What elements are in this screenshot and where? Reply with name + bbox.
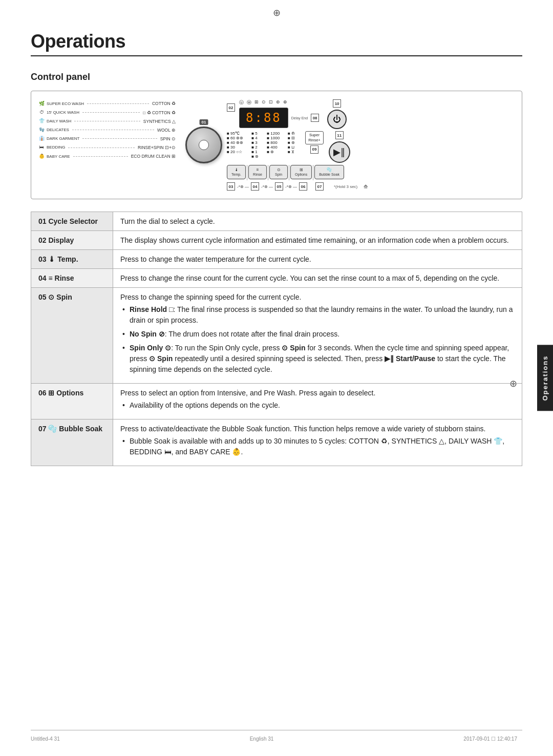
temp-indicators: ■ 95℃ ■ 60 ⊛⊛ ■ 40 ⊛⊛ ■ 30 ■ 20 ○☆ [227, 131, 243, 163]
table-row: 03 🌡 Temp. Press to change the water tem… [31, 250, 522, 269]
indicator: ■ 40 ⊛⊛ [227, 140, 243, 145]
list-item: 👕 DAILY WASH SYNTHETICS △ [37, 117, 176, 125]
dark-garment-icon: 👔 [37, 134, 46, 143]
row-content-02: The display shows current cycle informat… [113, 231, 522, 250]
btn-divider [289, 165, 289, 180]
footer-date: 2017-09-01 ☐ 12:40:17 [463, 736, 517, 742]
icon-u: ⓤ [239, 99, 244, 106]
cp-left-panel: 🌿 SUPER ECO WASH COTTON ♻ ⏱ 15' QUICK WA… [37, 99, 181, 191]
indicator: ■ 3 [251, 140, 259, 145]
rinse-button[interactable]: ≡ Rinse [248, 165, 267, 179]
row-content-04: Press to change the rinse count for the … [113, 269, 522, 288]
row-header-01: 01 Cycle Selector [31, 212, 113, 231]
table-row: 06 ⊞ Options Press to select an option f… [31, 384, 522, 419]
row-header-07: 07 🫧 Bubble Soak [31, 419, 113, 466]
icon-sq-circle: ⊡ [269, 99, 273, 106]
super-rinse-section: SuperRinse+ 09 [305, 131, 324, 163]
indicator: ■ ⊛ [267, 150, 280, 154]
badge-05: 05 [275, 182, 283, 191]
start-pause-section: 11 ▶‖ [329, 131, 350, 163]
badge-06: 06 [299, 182, 307, 191]
bullet-item: Bubble Soak is available with and adds u… [120, 436, 515, 457]
sep: -*⊛ — [285, 184, 297, 189]
badge-10: 10 [333, 99, 341, 108]
unknown-icon: ⟰ [364, 184, 368, 190]
divider-line [74, 121, 140, 121]
term-spin-only: Spin Only ⊙ [130, 344, 171, 352]
options-button[interactable]: ⊞ Options [290, 165, 312, 179]
icon-circle: ⊙ [262, 99, 266, 106]
start-pause-button[interactable]: ▶‖ [329, 141, 350, 163]
options-label: Options [295, 173, 307, 176]
temp-icon: 🌡 [235, 167, 239, 172]
row-content-05: Press to change the spinning speed for t… [113, 288, 522, 384]
divider-line [72, 130, 154, 130]
temp-label: Temp. [231, 173, 241, 176]
cycle-label: BABY CARE [47, 153, 70, 160]
operations-table: 01 Cycle Selector Turn the dial to selec… [31, 212, 522, 466]
cycle-label: DAILY WASH [47, 117, 71, 125]
indicator: ■ ⊔ [288, 145, 295, 150]
row-header-03: 03 🌡 Temp. [31, 250, 113, 269]
list-item: 👶 BABY CARE ECO DRUM CLEAN ⊞ [37, 152, 176, 161]
icon-plus: ⊕ [283, 99, 287, 106]
list-item: 🧤 DELICATES WOOL ⊛ [37, 125, 176, 134]
section-title: Control panel [31, 72, 522, 82]
badge-09: 09 [310, 145, 318, 154]
row-header-05: 05 ⊙ Spin [31, 288, 113, 384]
power-button[interactable]: ⏻ [327, 110, 347, 129]
temp-button-group: 🌡 Temp. [227, 165, 246, 180]
indicator: ■ 1 [251, 150, 259, 154]
badge-07: 07 [315, 182, 324, 191]
indicator: ■ 30 [227, 145, 243, 150]
bubble-label: Bubble Soak [319, 173, 339, 176]
sep: -*⊛ — [237, 184, 249, 189]
cycle-label: DELICATES [47, 126, 69, 134]
rinse-indicators: ■ 5 ■ 4 ■ 3 ■ 2 ■ 1 ■ ⊛ [251, 131, 259, 163]
term-no-spin: No Spin ⊘ [130, 330, 165, 338]
bubble-bullet-list: Bubble Soak is available with and adds u… [120, 436, 515, 457]
indicator: ■ ⊻ [288, 150, 295, 154]
row-content-07: Press to activate/deactivate the Bubble … [113, 419, 522, 466]
row-content-01: Turn the dial to select a cycle. [113, 212, 522, 231]
spin-bullet-list: Rinse Hold □: The final rinse process is… [120, 304, 515, 375]
spin-indicators: ■ 1200 ■ 1000 ■ 800 ■ 400 ■ ⊛ [267, 131, 280, 163]
right-cycle-label: ECO DRUM CLEAN ⊞ [131, 152, 176, 160]
options-bullet-list: Availability of the options depends on t… [120, 400, 515, 411]
dial-circle[interactable] [185, 127, 222, 163]
bullet-item: Rinse Hold □: The final rinse process is… [120, 304, 515, 326]
btn-divider [247, 165, 247, 180]
badge-03: 03 [227, 182, 235, 191]
badge-11: 11 [335, 131, 344, 139]
bullet-item: Availability of the options depends on t… [120, 400, 515, 411]
right-cycle-label: WOOL ⊛ [157, 126, 176, 134]
bubble-soak-button[interactable]: 🫧 Bubble Soak [314, 165, 344, 179]
cycle-dial[interactable]: 01 [181, 99, 227, 191]
super-rinse-btn[interactable]: SuperRinse+ [305, 131, 324, 144]
term-rinse-hold: Rinse Hold □ [130, 305, 173, 313]
spin-button[interactable]: ⊙ Spin [269, 165, 288, 179]
indicator: ■ 5 [251, 131, 259, 136]
delay-end-label: Delay End [291, 116, 308, 120]
indicator: ■ 4 [251, 136, 259, 140]
table-row: 04 ≡ Rinse Press to change the rinse cou… [31, 269, 522, 288]
indicator: ■ 1200 [267, 131, 280, 136]
indicator: ■ 2 [251, 145, 259, 150]
row-header-02: 02 Display [31, 231, 113, 250]
indicator: ■ 1000 [267, 136, 280, 140]
badge-08: 08 [311, 114, 319, 122]
badge-02: 02 [227, 103, 235, 112]
title-divider [31, 55, 522, 56]
indicator: ■ ⊛ [251, 154, 259, 159]
temp-button[interactable]: 🌡 Temp. [227, 165, 246, 179]
footer-left: Untitled-4 31 [31, 736, 60, 742]
right-cycle-label: SYNTHETICS △ [143, 117, 176, 125]
btn-divider [313, 165, 313, 180]
cycle-label: SUPER ECO WASH [47, 100, 84, 108]
cycle-label: DARK GARMENT [47, 135, 79, 142]
right-cycle-label: COTTON ♻ [152, 99, 176, 108]
badge-01: 01 [200, 119, 208, 125]
indicator: ■ ⟰ [288, 131, 295, 136]
row-header-04: 04 ≡ Rinse [31, 269, 113, 288]
hold-note: *(Hold 3 sec) [334, 184, 357, 189]
